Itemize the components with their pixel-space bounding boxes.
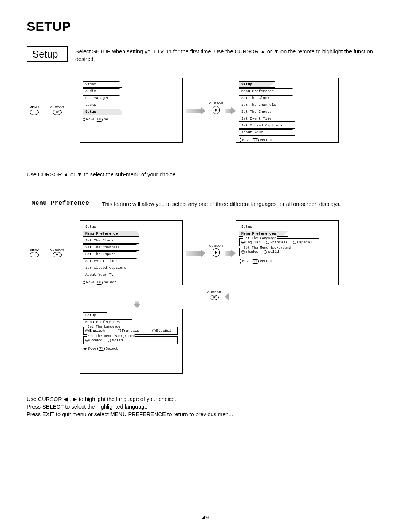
updown-icon: ▲▼ bbox=[239, 258, 241, 264]
screen-setup-menu: Setup Menu Preference Set The Clock Set … bbox=[236, 78, 339, 143]
menu-button-label: MENU bbox=[27, 105, 42, 109]
setup-label-box: Setup bbox=[27, 46, 68, 62]
item-clock-2: Set The Clock bbox=[83, 238, 139, 244]
setup-item-menupref: Menu Preference bbox=[239, 88, 295, 94]
arrow-right-1a bbox=[186, 109, 202, 113]
cursor-down-icon bbox=[53, 110, 62, 115]
menupref-label-box: Menu Preference bbox=[27, 198, 94, 209]
sel-pill: SEL bbox=[97, 347, 105, 351]
page-number: 49 bbox=[0, 514, 411, 521]
cursor-label-5: CURSOR bbox=[207, 291, 222, 294]
pref-tab-menuprefs-2: Menu Preferences bbox=[83, 319, 132, 325]
updown-icon: ▲▼ bbox=[83, 117, 85, 123]
screen-menuprefs-wide: Setup Menu Preferences Set The Language … bbox=[80, 309, 183, 374]
menu-button-icon bbox=[30, 110, 39, 115]
setup-desc-2: Use CURSOR ▲ or ▼ to select the sub-menu… bbox=[27, 169, 380, 179]
radio-english-sel: English bbox=[85, 329, 105, 333]
cursor-label-4: CURSOR bbox=[209, 244, 224, 248]
sel-pill: SEL bbox=[96, 281, 103, 285]
radio-francais: Francais bbox=[266, 240, 288, 244]
sel-pill: SEL bbox=[252, 138, 259, 142]
set-language-legend-2: Set The Language bbox=[87, 325, 121, 329]
connector-seg-2 bbox=[225, 297, 339, 297]
radio-francais-2: Francais bbox=[118, 329, 139, 333]
arrow-right-2b bbox=[225, 251, 232, 256]
menu-item-audio: Audio bbox=[83, 88, 122, 94]
radio-solid-2: Solid bbox=[108, 338, 123, 342]
item-menupref-sel: Menu Preference bbox=[83, 231, 139, 237]
footer-line-1: Use CURSOR ◀ , ▶ to highlight the langua… bbox=[27, 396, 380, 403]
screen-setup-menupref: Setup Menu Preference Set The Clock Set … bbox=[80, 220, 183, 285]
menu-hint-1: ▲▼ Move SEL Sel bbox=[80, 116, 182, 123]
setup-item-about: About Your TV bbox=[239, 129, 295, 136]
set-bg-group-2: Set The Menu Background Shaded Solid bbox=[83, 336, 178, 344]
cursor-right-icon bbox=[213, 106, 220, 114]
radio-solid: Solid bbox=[264, 250, 279, 254]
menu-item-chmanager: Ch. Manager bbox=[83, 95, 122, 101]
pref-tab-setup: Setup bbox=[239, 224, 263, 230]
menu-item-video: Video bbox=[83, 81, 122, 88]
screen-main-menu: Video Audio Ch. Manager Locks Setup ▲▼ M… bbox=[80, 78, 183, 143]
page-title: SETUP bbox=[27, 19, 380, 34]
set-language-legend: Set The Language bbox=[243, 236, 277, 240]
setup-item-inputs: Set The Inputs bbox=[239, 109, 295, 115]
setup-tab-2: Setup bbox=[83, 224, 119, 230]
cursor-label-1: CURSOR bbox=[49, 105, 65, 109]
radio-espanol: Español bbox=[293, 240, 312, 244]
updown-icon: ▲▼ bbox=[239, 137, 241, 143]
cursor-down-icon-3 bbox=[210, 295, 219, 300]
menu-hint-2: ▲▼ Move SEL Return bbox=[236, 136, 338, 144]
set-language-group: Set The Language English Francais Españo… bbox=[239, 238, 319, 246]
leftright-icon: ◀▶ bbox=[83, 347, 87, 350]
cursor-label-3: CURSOR bbox=[49, 248, 65, 251]
connector-seg-3 bbox=[137, 297, 206, 297]
item-channels-2: Set The Channels bbox=[83, 244, 139, 251]
radio-shaded-2: Shaded bbox=[85, 338, 102, 342]
set-bg-group: Set The Menu Background Shaded Solid bbox=[239, 248, 319, 256]
pref-tab-menuprefs: Menu Preferences bbox=[239, 231, 288, 237]
arrow-right-1b bbox=[225, 109, 232, 113]
pref-tab-setup-2: Setup bbox=[83, 312, 107, 318]
connector-seg-1 bbox=[339, 285, 339, 297]
cursor-down-icon-2 bbox=[53, 252, 62, 257]
setup-item-clock: Set The Clock bbox=[239, 95, 295, 101]
cursor-right-icon-2 bbox=[213, 248, 220, 257]
item-inputs-2: Set The Inputs bbox=[83, 251, 139, 257]
updown-icon: ▲▼ bbox=[83, 280, 85, 286]
menu-button-icon-2 bbox=[30, 252, 39, 257]
menu-item-setup: Setup bbox=[83, 109, 122, 115]
sel-pill: SEL bbox=[96, 118, 103, 122]
footer-line-3: Press EXIT to quit menu or select MENU P… bbox=[27, 411, 380, 419]
radio-english: English bbox=[241, 240, 261, 244]
cursor-label-2: CURSOR bbox=[209, 102, 224, 105]
arrow-down-1 bbox=[135, 301, 139, 304]
footer-line-2: Press SELECT to select the highlighted l… bbox=[27, 403, 380, 411]
setup-item-channels: Set The Channels bbox=[239, 102, 295, 108]
menu-hint-5: ◀▶ Move SEL Select bbox=[80, 346, 182, 351]
menupref-desc: This feature will allow you to select an… bbox=[102, 198, 380, 208]
menu-hint-4: ▲▼ Move SEL Return bbox=[236, 257, 338, 265]
menu-item-locks: Locks bbox=[83, 102, 122, 108]
setup-item-cc: Set Closed Captions bbox=[239, 123, 295, 129]
menu-button-label-2: MENU bbox=[27, 248, 42, 251]
screen-menuprefs: Setup Menu Preferences Set The Language … bbox=[236, 220, 339, 285]
radio-espanol-2: Español bbox=[152, 329, 172, 333]
set-language-group-2: Set The Language English Francais Españo… bbox=[83, 327, 178, 335]
setup-tab: Setup bbox=[239, 81, 275, 88]
title-rule bbox=[27, 35, 380, 35]
menu-hint-3: ▲▼ Move SEL Select bbox=[80, 279, 182, 286]
setup-description: Select SETUP when setting your TV up for… bbox=[75, 46, 380, 63]
item-about-2: About Your TV bbox=[83, 272, 139, 278]
sel-pill: SEL bbox=[252, 259, 259, 264]
arrow-right-2a bbox=[186, 251, 202, 256]
arrow-left-1 bbox=[228, 294, 229, 299]
item-timer-2: Set Event Timer bbox=[83, 258, 139, 264]
item-cc-2: Set Closed Captions bbox=[83, 265, 139, 271]
radio-shaded: Shaded bbox=[241, 250, 258, 254]
set-bg-legend: Set The Menu Background bbox=[243, 246, 292, 250]
setup-item-timer: Set Event Timer bbox=[239, 116, 295, 122]
set-bg-legend-2: Set The Menu Background bbox=[87, 334, 135, 338]
